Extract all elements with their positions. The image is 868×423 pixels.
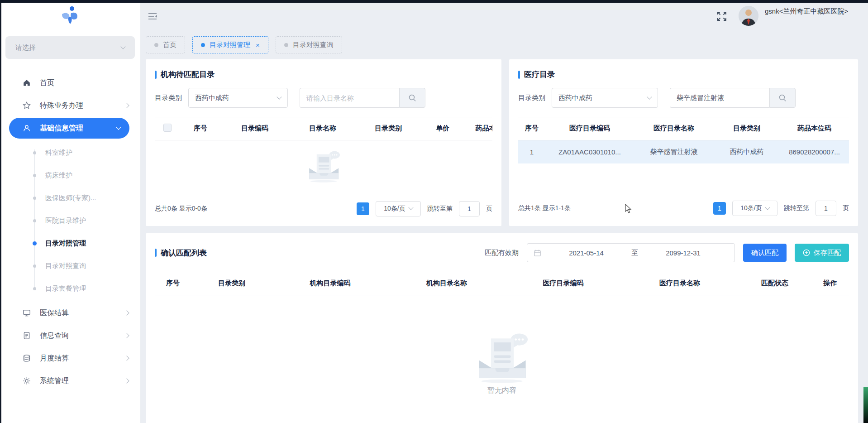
- bullet-icon: [33, 151, 36, 154]
- username-text[interactable]: gsnk<兰州奇正中藏医医院>: [765, 7, 848, 16]
- jump-page-input[interactable]: [816, 201, 836, 216]
- column-header: 医疗目录编码: [506, 272, 621, 295]
- sidebar-subitem-label: 科室维护: [45, 149, 72, 157]
- column-header: 序号: [180, 117, 221, 140]
- bullet-icon: [33, 219, 36, 222]
- page-size-select[interactable]: 10条/页: [732, 201, 777, 216]
- tab-dot-icon: [284, 43, 288, 47]
- chevron-down-icon: [116, 125, 121, 130]
- user-icon: [23, 124, 31, 132]
- search-button[interactable]: [769, 88, 796, 108]
- top-header: gsnk<兰州奇正中藏医医院>: [140, 0, 868, 32]
- sidebar-item-system[interactable]: 系统管理: [0, 370, 140, 392]
- tab-bar: 首页 目录对照管理 × 目录对照查询: [140, 32, 868, 58]
- chevron-down-icon: [765, 205, 770, 210]
- medical-catalog-panel: 医疗目录 目录类别 西药中成药: [509, 59, 858, 226]
- column-header: 单价: [420, 117, 465, 140]
- sidebar-subitem-label: 目录对照管理: [45, 239, 86, 248]
- sidebar-subitem-catalog-query[interactable]: 目录对照查询: [0, 255, 140, 277]
- catalog-name-input[interactable]: [670, 88, 769, 108]
- table-row[interactable]: 1 ZA01AAC0301010... 柴辛感冒注射液 西药中成药 869028…: [518, 140, 849, 163]
- jump-suffix: 页: [843, 204, 849, 212]
- page-number-button[interactable]: 1: [357, 202, 369, 215]
- catalog-type-label: 目录类别: [155, 94, 182, 102]
- sidebar-item-label: 系统管理: [40, 376, 125, 386]
- empty-text: 暂无内容: [487, 386, 516, 395]
- jump-prefix: 跳转至第: [427, 205, 453, 213]
- sidebar-item-home[interactable]: 首页: [0, 72, 140, 94]
- scrollbar-thumb[interactable]: [863, 387, 868, 423]
- catalog-type-select[interactable]: 西药中成药: [188, 88, 288, 108]
- user-avatar[interactable]: [739, 6, 758, 26]
- page-size-value: 10条/页: [384, 205, 405, 213]
- confirm-match-label: 确认匹配: [751, 249, 778, 257]
- catalog-type-value: 西药中成药: [195, 94, 229, 102]
- cell-name: 柴辛感冒注射液: [634, 140, 714, 163]
- column-header: 序号: [155, 272, 191, 295]
- column-header: 目录编码: [221, 117, 289, 140]
- sidebar-item-monthly[interactable]: 月度结算: [0, 347, 140, 370]
- date-end-value[interactable]: 2099-12-31: [638, 249, 728, 257]
- sidebar-submenu: 科室维护 病床维护 医保医师(专家)... 医院目录维护 目录对照管理 目录对照…: [0, 139, 140, 302]
- bullet-icon: [33, 287, 36, 290]
- tab-catalog-match[interactable]: 目录对照管理 ×: [192, 36, 268, 53]
- sidebar-item-settlement[interactable]: 医保结算: [0, 302, 140, 324]
- cell-seq: 1: [518, 140, 545, 163]
- bullet-icon: [33, 197, 36, 200]
- fullscreen-icon: [716, 11, 727, 22]
- sidebar-subitem-catalog-package[interactable]: 目录套餐管理: [0, 277, 140, 300]
- tab-label: 首页: [163, 41, 176, 49]
- select-all-checkbox[interactable]: [163, 124, 172, 132]
- page-number-button[interactable]: 1: [713, 202, 726, 215]
- tab-catalog-query[interactable]: 目录对照查询: [276, 36, 342, 53]
- save-match-button[interactable]: 保存匹配: [795, 244, 849, 262]
- tab-label: 目录对照查询: [293, 41, 334, 49]
- main-content: 机构待匹配目录 目录类别 西药中成药: [140, 58, 868, 423]
- confirm-match-panel: 确认匹配列表 匹配有效期 2021-05-14 至 2099-12-31: [146, 233, 858, 423]
- sidebar-subitem-label: 目录套餐管理: [45, 284, 86, 293]
- chevron-down-icon: [647, 94, 652, 99]
- sidebar-subitem-bed[interactable]: 病床维护: [0, 164, 140, 187]
- search-icon: [408, 94, 416, 102]
- sidebar-item-special-business[interactable]: 特殊业务办理: [0, 94, 140, 117]
- sidebar-subitem-catalog-match[interactable]: 目录对照管理: [0, 232, 140, 255]
- catalog-type-select[interactable]: 西药中成药: [552, 88, 658, 108]
- sidebar-subitem-hospital-catalog[interactable]: 医院目录维护: [0, 209, 140, 232]
- chevron-right-icon: [124, 333, 129, 338]
- search-button[interactable]: [399, 88, 425, 108]
- sidebar-subitem-doctor[interactable]: 医保医师(专家)...: [0, 187, 140, 209]
- sidebar-subitem-label: 目录对照查询: [45, 262, 86, 270]
- sidebar-collapse-button[interactable]: [148, 12, 157, 23]
- column-header: 医疗目录编码: [545, 117, 634, 140]
- title-accent-bar: [155, 71, 157, 79]
- column-header: 目录类别: [191, 272, 272, 295]
- confirm-match-button[interactable]: 确认匹配: [743, 244, 787, 262]
- gear-icon: [23, 377, 31, 385]
- sidebar-item-base-info[interactable]: 基础信息管理: [9, 118, 129, 139]
- empty-box-icon: [305, 150, 343, 184]
- column-header: 目录名称: [289, 117, 357, 140]
- sidebar-subitem-dept[interactable]: 科室维护: [0, 141, 140, 164]
- catalog-name-input[interactable]: [300, 88, 399, 108]
- table-header-row: 序号 目录编码 目录名称 目录类别 单价 药品本位码: [155, 117, 492, 140]
- sidebar-item-info-query[interactable]: 信息查询: [0, 324, 140, 347]
- column-header: 药品本位码: [465, 117, 492, 140]
- window-top-edge: [0, 0, 868, 3]
- fullscreen-button[interactable]: [716, 11, 727, 24]
- database-icon: [23, 354, 31, 362]
- title-accent-bar: [518, 71, 520, 79]
- date-range-picker[interactable]: 2021-05-14 至 2099-12-31: [527, 243, 735, 262]
- date-start-value[interactable]: 2021-05-14: [541, 249, 631, 257]
- jump-page-input[interactable]: [459, 201, 480, 216]
- column-header: 操作: [811, 272, 849, 295]
- page-size-value: 10条/页: [740, 204, 762, 212]
- menu-fold-icon: [148, 12, 157, 21]
- tab-close-icon[interactable]: ×: [256, 41, 260, 49]
- column-header: 目录类别: [357, 117, 420, 140]
- org-select[interactable]: 请选择: [5, 36, 135, 59]
- page-size-select[interactable]: 10条/页: [376, 201, 421, 216]
- empty-box-icon: [472, 332, 532, 383]
- window-left-edge: [0, 0, 1, 423]
- column-header: 机构目录编码: [272, 272, 388, 295]
- tab-home[interactable]: 首页: [146, 36, 185, 53]
